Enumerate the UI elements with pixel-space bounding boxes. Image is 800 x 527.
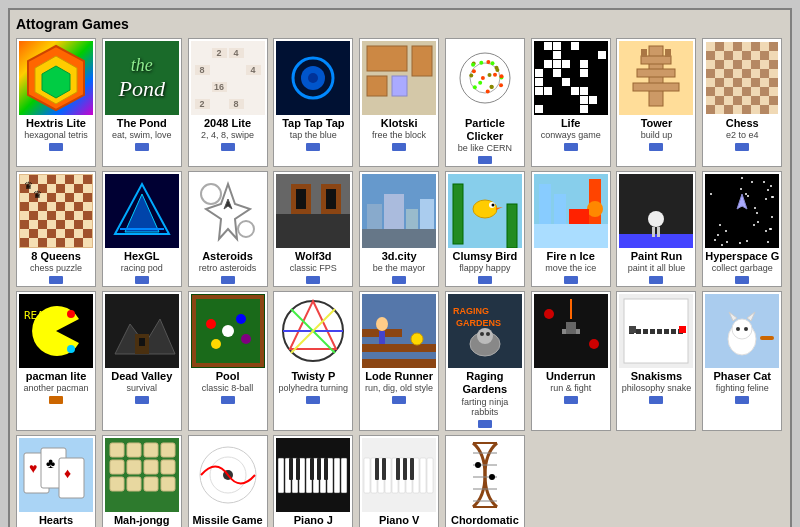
svg-point-194 xyxy=(201,184,221,204)
svg-rect-71 xyxy=(733,51,742,60)
game-card-chess[interactable]: Chesse2 to e4 xyxy=(702,38,782,167)
svg-marker-191 xyxy=(125,194,159,232)
svg-point-232 xyxy=(717,234,719,236)
game-card-phasercat[interactable]: Phaser Catfighting feline xyxy=(702,291,782,431)
svg-rect-69 xyxy=(715,51,724,60)
svg-rect-317 xyxy=(127,460,141,474)
svg-rect-338 xyxy=(296,458,300,480)
game-title-klotski: Klotski xyxy=(381,117,418,130)
game-subtitle-asteroids: retro asteroids xyxy=(199,263,257,274)
svg-text:♛: ♛ xyxy=(24,180,33,191)
game-card-asteroids[interactable]: Asteroidsretro asteroids xyxy=(188,171,268,287)
svg-rect-182 xyxy=(38,238,47,247)
svg-rect-161 xyxy=(65,211,74,220)
game-card-clumsybird[interactable]: Clumsy Birdflappy happy xyxy=(445,171,525,287)
game-card-klotski[interactable]: Klotskifree the block xyxy=(359,38,439,167)
game-title-pianop: Piano V xyxy=(379,514,419,527)
svg-point-249 xyxy=(772,196,774,198)
svg-rect-291 xyxy=(650,329,655,334)
game-badge-hexgl xyxy=(135,276,149,284)
game-card-8queens[interactable]: ♛♛8 Queenschess puzzle xyxy=(16,171,96,287)
game-title-hextris: Hextris Lite xyxy=(26,117,86,130)
game-badge-3dcity xyxy=(392,276,406,284)
game-card-missile[interactable]: Missile Gamefly thru it xyxy=(188,435,268,527)
svg-point-235 xyxy=(747,195,749,197)
game-card-2048[interactable]: 248416282048 Lite2, 4, 8, swipe xyxy=(188,38,268,167)
game-card-loderunner[interactable]: Lode Runnerrun, dig, old style xyxy=(359,291,439,431)
game-card-hexgl[interactable]: HexGLracing pod xyxy=(102,171,182,287)
svg-point-225 xyxy=(751,181,753,183)
game-card-paintrun[interactable]: Paint Runpaint it all blue xyxy=(616,171,696,287)
game-card-hearts[interactable]: ♥♣♦Heartscard game xyxy=(16,435,96,527)
game-badge-klotski xyxy=(392,143,406,151)
game-subtitle-firenice: move the ice xyxy=(545,263,596,274)
svg-rect-183 xyxy=(47,238,56,247)
svg-rect-340 xyxy=(317,458,321,480)
svg-point-226 xyxy=(741,177,743,179)
game-thumb-twistyp xyxy=(276,294,350,368)
svg-rect-41 xyxy=(535,69,543,77)
svg-rect-187 xyxy=(83,238,92,247)
svg-rect-75 xyxy=(769,51,778,60)
game-card-snakisms[interactable]: Snakismsphilosophy snake xyxy=(616,291,696,431)
svg-rect-56 xyxy=(637,69,675,77)
game-card-taptap[interactable]: Tap Tap Taptap the blue xyxy=(273,38,353,167)
game-title-underrun: Underrun xyxy=(546,370,596,383)
game-subtitle-tower: build up xyxy=(641,130,673,141)
game-card-deadvalley[interactable]: Dead Valleysurvival xyxy=(102,291,182,431)
svg-point-21 xyxy=(493,73,497,77)
game-title-2048: 2048 Lite xyxy=(204,117,251,130)
game-title-pianoj: Piano J xyxy=(294,514,333,527)
game-card-chordo[interactable]: Chordomaticguitar strumming xyxy=(445,435,525,527)
game-card-hextris[interactable]: Hextris Litehexagonal tetris xyxy=(16,38,96,167)
game-title-pacman: pacman lite xyxy=(26,370,87,383)
game-card-raging[interactable]: RAGINGGARDENSRaging Gardensfarting ninja… xyxy=(445,291,525,431)
svg-point-15 xyxy=(481,76,485,80)
game-card-3dcity[interactable]: 3d.citybe the mayor xyxy=(359,171,439,287)
game-card-pacman[interactable]: READY!pacman liteanother pacman xyxy=(16,291,96,431)
svg-rect-86 xyxy=(724,69,733,78)
game-card-life[interactable]: Lifeconways game xyxy=(531,38,611,167)
game-card-particle[interactable]: Particle Clickerbe like CERN xyxy=(445,38,525,167)
game-card-pianop[interactable]: Piano Vvirtually classic xyxy=(359,435,439,527)
game-badge-particle xyxy=(478,156,492,164)
game-card-underrun[interactable]: Underrunrun & fight xyxy=(531,291,611,431)
svg-rect-112 xyxy=(742,96,751,105)
svg-rect-35 xyxy=(553,51,561,59)
game-card-mahjongg[interactable]: Mah-jonggTianjin 天津麻将 xyxy=(102,435,182,527)
game-subtitle-hyperspace: collect garbage xyxy=(712,263,773,274)
svg-rect-58 xyxy=(641,49,647,57)
svg-rect-90 xyxy=(760,69,769,78)
svg-rect-60 xyxy=(706,42,715,51)
game-card-wolf3d[interactable]: Wolf3dclassic FPS xyxy=(273,171,353,287)
game-card-hyperspace[interactable]: Hyperspace Gcollect garbage xyxy=(702,171,782,287)
svg-point-364 xyxy=(475,462,481,468)
game-card-pond[interactable]: thePondThe Pondeat, swim, love xyxy=(102,38,182,167)
svg-rect-38 xyxy=(553,60,561,68)
game-card-twistyp[interactable]: Twisty Ppolyhedra turning xyxy=(273,291,353,431)
svg-rect-108 xyxy=(706,96,715,105)
game-card-firenice[interactable]: Fire n Icemove the ice xyxy=(531,171,611,287)
game-badge-tower xyxy=(649,143,663,151)
game-card-pool[interactable]: Poolclassic 8-ball xyxy=(188,291,268,431)
svg-point-256 xyxy=(67,310,75,318)
game-badge-asteroids xyxy=(221,276,235,284)
svg-rect-59 xyxy=(665,49,671,57)
svg-point-242 xyxy=(765,198,767,200)
game-thumb-hearts: ♥♣♦ xyxy=(19,438,93,512)
game-badge-snakisms xyxy=(649,396,663,404)
game-card-tower[interactable]: Towerbuild up xyxy=(616,38,696,167)
svg-point-24 xyxy=(486,60,490,64)
svg-rect-201 xyxy=(296,189,306,209)
game-badge-taptap xyxy=(306,143,320,151)
game-card-pianoj[interactable]: Piano Jsynthy javascript xyxy=(273,435,353,527)
svg-point-267 xyxy=(211,339,221,349)
svg-rect-146 xyxy=(74,193,83,202)
game-subtitle-snakisms: philosophy snake xyxy=(622,383,692,394)
game-title-paintrun: Paint Run xyxy=(631,250,682,263)
game-badge-deadvalley xyxy=(135,396,149,404)
game-thumb-klotski xyxy=(362,41,436,115)
svg-point-278 xyxy=(477,328,493,344)
svg-rect-128 xyxy=(56,175,65,184)
game-badge-life xyxy=(564,143,578,151)
